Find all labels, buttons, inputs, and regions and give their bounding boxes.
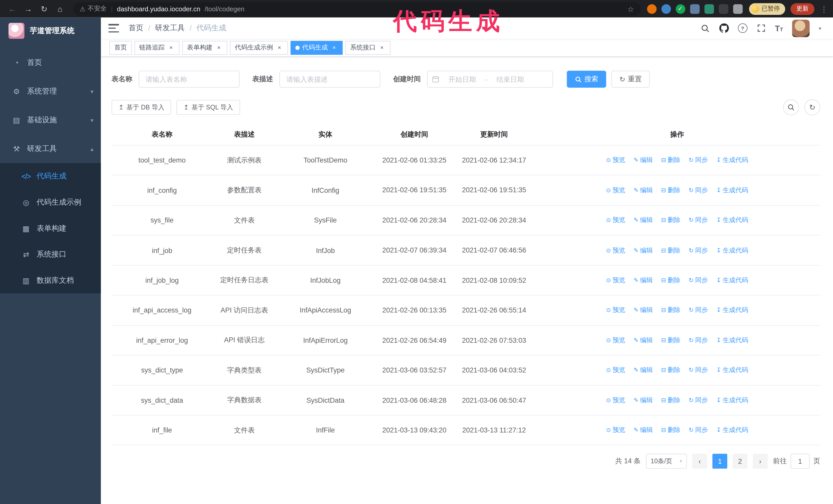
delete-link[interactable]: ⊟删除 [661,156,680,165]
dark-extension-icon[interactable] [718,4,728,14]
sync-link[interactable]: ↻同步 [689,396,708,405]
blue-extension-icon[interactable] [661,4,670,14]
hamburger-icon[interactable] [109,24,119,32]
avatar-caret-icon[interactable]: ▾ [819,25,821,31]
search-button[interactable]: 搜索 [567,71,606,88]
sync-link[interactable]: ↻同步 [689,366,708,375]
forward-icon[interactable]: → [21,4,35,13]
paused-badge[interactable]: 已暂停 [749,3,785,15]
edit-link[interactable]: ✎编辑 [634,276,653,285]
puzzle-icon[interactable] [733,4,742,14]
sync-link[interactable]: ↻同步 [689,246,708,255]
goto-page-input[interactable] [790,454,810,469]
delete-link[interactable]: ⊟删除 [661,186,680,195]
fullscreen-icon[interactable] [756,23,766,33]
close-icon[interactable]: × [276,44,283,51]
avatar[interactable] [792,20,809,37]
sidebar-item-db-doc[interactable]: ▥ 数据库文档 [0,267,101,293]
preview-link[interactable]: ⊙预览 [606,306,625,315]
sidebar-item-codegen[interactable]: </> 代码生成 [0,163,101,189]
tab-form-builder[interactable]: 表单构建 × [182,41,227,55]
tab-home[interactable]: 首页 [110,41,132,55]
generate-code-link[interactable]: ↧生成代码 [716,216,748,225]
sidebar-item-codegen-example[interactable]: ◎ 代码生成示例 [0,189,101,215]
check-extension-icon[interactable]: ✓ [675,4,685,14]
sync-link[interactable]: ↻同步 [689,306,708,315]
reset-button[interactable]: ↻ 重置 [612,71,650,88]
preview-link[interactable]: ⊙预览 [606,276,625,285]
edit-link[interactable]: ✎编辑 [634,366,653,375]
sidebar-item-devtools[interactable]: ⚒ 研发工具 ▴ [0,134,101,163]
back-icon[interactable]: ← [5,4,19,13]
prev-page-button[interactable]: ‹ [692,454,707,469]
edit-link[interactable]: ✎编辑 [634,306,653,315]
edit-link[interactable]: ✎编辑 [634,246,653,255]
delete-link[interactable]: ⊟删除 [661,246,680,255]
sync-link[interactable]: ↻同步 [689,426,708,435]
close-icon[interactable]: × [215,44,222,51]
github-icon[interactable] [719,23,729,33]
page-button-2[interactable]: 2 [733,454,747,469]
delete-link[interactable]: ⊟删除 [661,276,680,285]
generate-code-link[interactable]: ↧生成代码 [716,156,748,165]
delete-link[interactable]: ⊟删除 [661,396,680,405]
orange-extension-icon[interactable] [647,4,657,14]
table-desc-input[interactable] [279,71,380,88]
font-size-icon[interactable]: TT [775,24,783,32]
sidebar-item-infra[interactable]: ▤ 基础设施 ▾ [0,105,101,134]
delete-link[interactable]: ⊟删除 [661,366,680,375]
generate-code-link[interactable]: ↧生成代码 [716,186,748,195]
next-page-button[interactable]: › [753,454,768,469]
generate-code-link[interactable]: ↧生成代码 [716,276,748,285]
date-end-input[interactable] [490,75,531,83]
sidebar-item-system[interactable]: ⚙ 系统管理 ▾ [0,77,101,106]
delete-link[interactable]: ⊟删除 [661,426,680,435]
browser-menu-icon[interactable]: ⋮ [820,5,828,13]
delete-link[interactable]: ⊟删除 [661,336,680,345]
date-range-picker[interactable]: - [427,71,553,88]
import-db-button[interactable]: ↥ 基于 DB 导入 [112,100,171,115]
breadcrumb-home[interactable]: 首页 [129,23,144,33]
close-icon[interactable]: × [378,44,386,51]
edit-link[interactable]: ✎编辑 [634,426,653,435]
page-button-1[interactable]: 1 [712,454,727,469]
reload-icon[interactable]: ↻ [37,4,51,14]
breadcrumb-devtools[interactable]: 研发工具 [155,23,185,33]
home-icon[interactable]: ⌂ [53,4,67,13]
generate-code-link[interactable]: ↧生成代码 [716,306,748,315]
sidebar-item-form-builder[interactable]: ▦ 表单构建 [0,215,101,241]
preview-link[interactable]: ⊙预览 [606,186,625,195]
edit-link[interactable]: ✎编辑 [634,156,653,165]
help-icon[interactable]: ? [738,23,747,33]
generate-code-link[interactable]: ↧生成代码 [716,426,748,435]
refresh-table-button[interactable]: ↻ [804,99,820,115]
search-icon[interactable] [700,23,710,33]
preview-link[interactable]: ⊙预览 [606,216,625,225]
edit-link[interactable]: ✎编辑 [634,396,653,405]
edit-link[interactable]: ✎编辑 [634,186,653,195]
sync-link[interactable]: ↻同步 [689,156,708,165]
sidebar-item-home[interactable]: ◔ 首页 [0,48,101,77]
sync-link[interactable]: ↻同步 [689,186,708,195]
preview-link[interactable]: ⊙预览 [606,366,625,375]
tab-codegen[interactable]: 代码生成 × [291,41,343,55]
sidebar-item-api[interactable]: ⇄ 系统接口 [0,241,101,267]
generate-code-link[interactable]: ↧生成代码 [716,396,748,405]
generate-code-link[interactable]: ↧生成代码 [716,246,748,255]
sync-link[interactable]: ↻同步 [689,276,708,285]
table-name-input[interactable] [139,71,240,88]
preview-link[interactable]: ⊙预览 [606,336,625,345]
address-bar[interactable]: ⚠ 不安全 | dashboard.yudao.iocoder.cn /tool… [73,2,641,16]
page-size-select[interactable]: 10条/页 ▾ [646,454,687,469]
preview-link[interactable]: ⊙预览 [606,156,625,165]
edit-link[interactable]: ✎编辑 [634,216,653,225]
generate-code-link[interactable]: ↧生成代码 [716,366,748,375]
delete-link[interactable]: ⊟删除 [661,216,680,225]
preview-link[interactable]: ⊙预览 [606,246,625,255]
delete-link[interactable]: ⊟删除 [661,306,680,315]
tab-codegen-example[interactable]: 代码生成示例 × [230,41,288,55]
edit-link[interactable]: ✎编辑 [634,336,653,345]
tab-tracing[interactable]: 链路追踪 × [134,41,180,55]
import-sql-button[interactable]: ↥ 基于 SQL 导入 [176,100,240,115]
update-button[interactable]: 更新 [790,3,814,15]
